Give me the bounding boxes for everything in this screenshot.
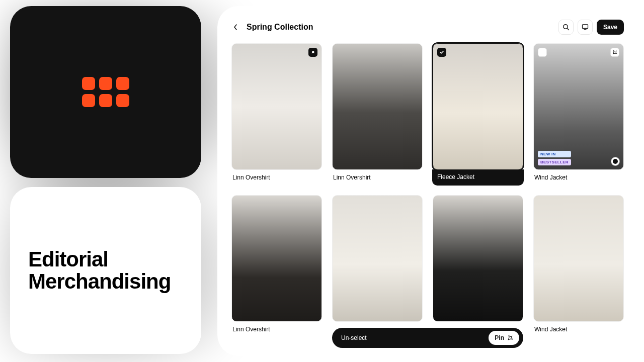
product-card[interactable]: Linn Overshirt xyxy=(332,43,423,185)
app-panel: Spring Collection Save xyxy=(217,6,638,356)
pin-icon xyxy=(507,335,513,341)
unselect-button[interactable]: Un-select xyxy=(341,334,367,341)
product-card[interactable]: Wind Jacket xyxy=(533,195,624,333)
checkbox-checked-icon[interactable] xyxy=(437,48,446,57)
pin-button[interactable]: Pin xyxy=(489,331,519,345)
product-card[interactable] xyxy=(332,195,423,333)
promo-title: Editorial Merchandising xyxy=(28,248,171,293)
product-card[interactable]: NEW IN BESTSELLER Wind Jacket xyxy=(533,43,624,185)
pin-outline-icon[interactable] xyxy=(610,48,619,57)
selection-action-bar: Un-select Pin xyxy=(332,328,523,348)
page-title: Spring Collection xyxy=(247,23,313,32)
product-grid: Linn Overshirt Linn Overshirt Fleece Jac… xyxy=(231,43,624,333)
product-badges: NEW IN BESTSELLER xyxy=(538,151,571,165)
badge-new-in: NEW IN xyxy=(538,151,571,157)
chevron-left-icon xyxy=(233,24,238,31)
svg-line-1 xyxy=(567,28,569,30)
product-thumb: NEW IN BESTSELLER xyxy=(533,43,624,170)
search-icon xyxy=(562,24,570,31)
product-thumb xyxy=(231,43,322,170)
product-name: Wind Jacket xyxy=(534,174,623,181)
product-thumb xyxy=(332,43,423,170)
display-button[interactable] xyxy=(578,20,593,35)
save-button[interactable]: Save xyxy=(597,20,624,35)
save-button-label: Save xyxy=(603,24,617,31)
product-name: Fleece Jacket xyxy=(437,173,519,180)
product-thumb xyxy=(433,195,523,322)
grid-logo-icon xyxy=(82,77,129,107)
product-thumb xyxy=(533,195,624,322)
product-name: Linn Overshirt xyxy=(333,174,422,181)
promo-tile: Editorial Merchandising xyxy=(10,187,201,354)
product-thumb xyxy=(231,195,322,322)
brand-tile xyxy=(10,6,201,178)
product-name: Linn Overshirt xyxy=(232,326,321,333)
svg-rect-2 xyxy=(582,25,588,29)
color-swatch[interactable] xyxy=(611,157,619,165)
product-name: Wind Jacket xyxy=(534,326,623,333)
back-button[interactable] xyxy=(231,23,239,31)
product-card[interactable]: Linn Overshirt xyxy=(231,195,322,333)
product-card[interactable]: Fleece Jacket xyxy=(433,43,523,185)
product-thumb xyxy=(332,195,423,322)
checkbox-unchecked-icon[interactable] xyxy=(538,48,547,57)
monitor-icon xyxy=(582,24,589,31)
pin-button-label: Pin xyxy=(495,334,504,341)
product-card[interactable] xyxy=(433,195,523,333)
product-name: Linn Overshirt xyxy=(232,174,321,181)
badge-bestseller: BESTSELLER xyxy=(538,159,571,165)
pin-icon[interactable] xyxy=(308,48,317,57)
search-button[interactable] xyxy=(558,20,574,35)
product-thumb xyxy=(433,43,523,170)
product-card[interactable]: Linn Overshirt xyxy=(231,43,322,185)
app-header: Spring Collection Save xyxy=(231,20,624,34)
